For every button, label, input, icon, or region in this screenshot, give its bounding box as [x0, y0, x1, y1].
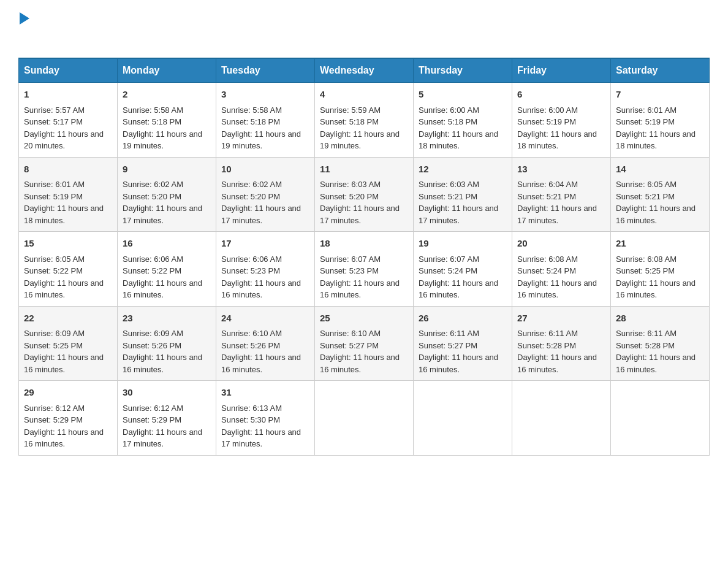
sunset-label: Sunset: 5:29 PM	[24, 415, 83, 424]
sunrise-label: Sunrise: 6:03 AM	[320, 180, 381, 189]
sunrise-label: Sunrise: 6:00 AM	[517, 105, 578, 115]
calendar-cell: 12 Sunrise: 6:03 AM Sunset: 5:21 PM Dayl…	[414, 157, 512, 232]
weekday-header-row: SundayMondayTuesdayWednesdayThursdayFrid…	[19, 58, 710, 83]
calendar-table: SundayMondayTuesdayWednesdayThursdayFrid…	[18, 58, 710, 456]
daylight-label: Daylight: 11 hours and 18 minutes.	[616, 129, 696, 151]
calendar-cell: 18 Sunrise: 6:07 AM Sunset: 5:23 PM Dayl…	[315, 232, 414, 307]
day-number: 6	[517, 88, 605, 102]
daylight-label: Daylight: 11 hours and 20 minutes.	[24, 129, 104, 151]
sunrise-label: Sunrise: 6:10 AM	[221, 329, 282, 338]
sunset-label: Sunset: 5:21 PM	[517, 192, 576, 201]
daylight-label: Daylight: 11 hours and 19 minutes.	[320, 129, 400, 151]
sunset-label: Sunset: 5:24 PM	[419, 266, 477, 275]
day-number: 24	[221, 312, 309, 326]
sunset-label: Sunset: 5:25 PM	[616, 266, 675, 275]
daylight-label: Daylight: 11 hours and 16 minutes.	[123, 353, 202, 374]
sunset-label: Sunset: 5:18 PM	[419, 117, 477, 126]
calendar-cell: 19 Sunrise: 6:07 AM Sunset: 5:24 PM Dayl…	[414, 232, 512, 307]
sunrise-label: Sunrise: 6:12 AM	[123, 404, 183, 413]
sunrise-label: Sunrise: 6:07 AM	[320, 255, 381, 264]
calendar-week-row: 1 Sunrise: 5:57 AM Sunset: 5:17 PM Dayli…	[19, 83, 710, 158]
daylight-label: Daylight: 11 hours and 17 minutes.	[221, 204, 301, 225]
calendar-cell: 26 Sunrise: 6:11 AM Sunset: 5:27 PM Dayl…	[414, 306, 512, 381]
calendar-cell: 21 Sunrise: 6:08 AM Sunset: 5:25 PM Dayl…	[611, 232, 710, 307]
logo	[18, 12, 31, 45]
sunrise-label: Sunrise: 6:01 AM	[616, 105, 677, 115]
day-number: 31	[221, 386, 309, 400]
daylight-label: Daylight: 11 hours and 16 minutes.	[320, 278, 400, 300]
daylight-label: Daylight: 11 hours and 16 minutes.	[320, 353, 400, 374]
day-number: 8	[24, 163, 112, 177]
day-number: 22	[24, 312, 112, 326]
sunrise-label: Sunrise: 5:57 AM	[24, 105, 85, 115]
daylight-label: Daylight: 11 hours and 17 minutes.	[419, 204, 498, 225]
sunset-label: Sunset: 5:27 PM	[419, 341, 477, 350]
sunrise-label: Sunrise: 5:59 AM	[320, 105, 381, 115]
calendar-cell: 9 Sunrise: 6:02 AM Sunset: 5:20 PM Dayli…	[118, 157, 216, 232]
daylight-label: Daylight: 11 hours and 17 minutes.	[517, 204, 597, 225]
daylight-label: Daylight: 11 hours and 16 minutes.	[419, 278, 498, 300]
day-number: 20	[517, 237, 605, 251]
calendar-cell: 28 Sunrise: 6:11 AM Sunset: 5:28 PM Dayl…	[611, 306, 710, 381]
calendar-cell: 25 Sunrise: 6:10 AM Sunset: 5:27 PM Dayl…	[315, 306, 414, 381]
sunset-label: Sunset: 5:23 PM	[221, 266, 280, 275]
sunset-label: Sunset: 5:18 PM	[123, 117, 181, 126]
day-number: 29	[24, 386, 112, 400]
sunrise-label: Sunrise: 6:11 AM	[419, 329, 479, 338]
sunset-label: Sunset: 5:18 PM	[221, 117, 280, 126]
calendar-week-row: 22 Sunrise: 6:09 AM Sunset: 5:25 PM Dayl…	[19, 306, 710, 381]
calendar-cell	[512, 381, 611, 456]
daylight-label: Daylight: 11 hours and 16 minutes.	[221, 278, 301, 300]
day-number: 2	[123, 88, 211, 102]
calendar-week-row: 15 Sunrise: 6:05 AM Sunset: 5:22 PM Dayl…	[19, 232, 710, 307]
daylight-label: Daylight: 11 hours and 16 minutes.	[24, 278, 104, 300]
daylight-label: Daylight: 11 hours and 17 minutes.	[123, 204, 202, 225]
sunset-label: Sunset: 5:17 PM	[24, 117, 83, 126]
day-number: 17	[221, 237, 309, 251]
sunset-label: Sunset: 5:21 PM	[419, 192, 477, 201]
calendar-cell: 10 Sunrise: 6:02 AM Sunset: 5:20 PM Dayl…	[216, 157, 315, 232]
weekday-header-monday: Monday	[118, 58, 216, 83]
calendar-cell: 4 Sunrise: 5:59 AM Sunset: 5:18 PM Dayli…	[315, 83, 414, 158]
sunrise-label: Sunrise: 6:02 AM	[123, 180, 183, 189]
weekday-header-sunday: Sunday	[19, 58, 118, 83]
sunrise-label: Sunrise: 6:04 AM	[517, 180, 578, 189]
calendar-cell	[611, 381, 710, 456]
calendar-cell	[414, 381, 512, 456]
sunset-label: Sunset: 5:21 PM	[616, 192, 675, 201]
calendar-cell: 13 Sunrise: 6:04 AM Sunset: 5:21 PM Dayl…	[512, 157, 611, 232]
day-number: 4	[320, 88, 408, 102]
calendar-cell: 23 Sunrise: 6:09 AM Sunset: 5:26 PM Dayl…	[118, 306, 216, 381]
weekday-header-friday: Friday	[512, 58, 611, 83]
calendar-cell: 22 Sunrise: 6:09 AM Sunset: 5:25 PM Dayl…	[19, 306, 118, 381]
daylight-label: Daylight: 11 hours and 16 minutes.	[24, 353, 104, 374]
day-number: 7	[616, 88, 704, 102]
day-number: 13	[517, 163, 605, 177]
daylight-label: Daylight: 11 hours and 16 minutes.	[616, 353, 696, 374]
calendar-cell: 30 Sunrise: 6:12 AM Sunset: 5:29 PM Dayl…	[118, 381, 216, 456]
day-number: 23	[123, 312, 211, 326]
sunset-label: Sunset: 5:30 PM	[221, 415, 280, 424]
daylight-label: Daylight: 11 hours and 18 minutes.	[419, 129, 498, 151]
sunrise-label: Sunrise: 5:58 AM	[123, 105, 183, 115]
daylight-label: Daylight: 11 hours and 19 minutes.	[123, 129, 202, 151]
weekday-header-wednesday: Wednesday	[315, 58, 414, 83]
calendar-cell: 24 Sunrise: 6:10 AM Sunset: 5:26 PM Dayl…	[216, 306, 315, 381]
calendar-cell: 2 Sunrise: 5:58 AM Sunset: 5:18 PM Dayli…	[118, 83, 216, 158]
day-number: 15	[24, 237, 112, 251]
day-number: 3	[221, 88, 309, 102]
sunrise-label: Sunrise: 6:12 AM	[24, 404, 85, 413]
calendar-cell: 7 Sunrise: 6:01 AM Sunset: 5:19 PM Dayli…	[611, 83, 710, 158]
calendar-cell: 5 Sunrise: 6:00 AM Sunset: 5:18 PM Dayli…	[414, 83, 512, 158]
sunrise-label: Sunrise: 6:02 AM	[221, 180, 282, 189]
calendar-cell: 6 Sunrise: 6:00 AM Sunset: 5:19 PM Dayli…	[512, 83, 611, 158]
sunset-label: Sunset: 5:18 PM	[320, 117, 379, 126]
sunrise-label: Sunrise: 6:01 AM	[24, 180, 85, 189]
sunset-label: Sunset: 5:20 PM	[320, 192, 379, 201]
sunset-label: Sunset: 5:22 PM	[123, 266, 181, 275]
day-number: 10	[221, 163, 309, 177]
daylight-label: Daylight: 11 hours and 16 minutes.	[221, 353, 301, 374]
sunset-label: Sunset: 5:20 PM	[123, 192, 181, 201]
calendar-cell: 27 Sunrise: 6:11 AM Sunset: 5:28 PM Dayl…	[512, 306, 611, 381]
day-number: 12	[419, 163, 507, 177]
